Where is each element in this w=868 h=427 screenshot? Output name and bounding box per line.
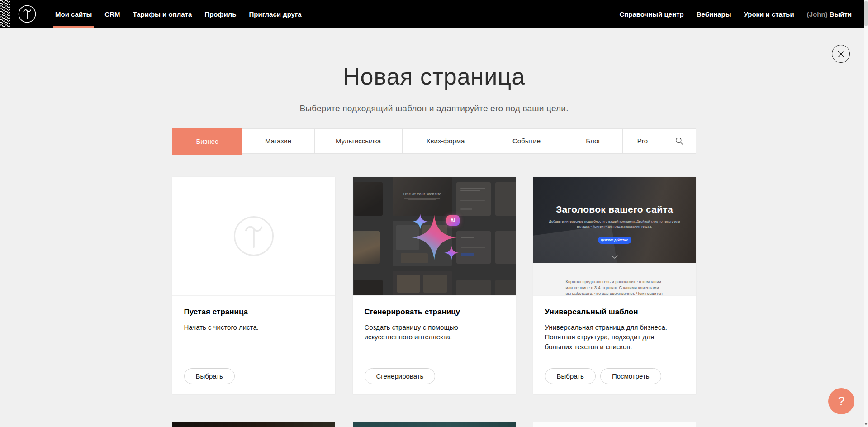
nav-item-profile[interactable]: Профиль <box>198 0 242 28</box>
tab-label: Мультиссылка <box>336 137 381 145</box>
zigzag-pattern <box>0 0 10 28</box>
logout-link[interactable]: Выйти <box>830 10 853 18</box>
user-name: (John) <box>801 10 830 18</box>
nav-item-help-center[interactable]: Справочный центр <box>613 0 690 28</box>
preview-cta-button: Целевое действие <box>598 237 631 244</box>
ai-preview: Title of Your Website <box>353 177 516 296</box>
blank-page-preview <box>172 177 335 296</box>
active-nav-underline <box>53 26 94 28</box>
template-cards-row: Пустая страница Начать с чистого листа. … <box>172 177 696 394</box>
nav-item-label: Мои сайты <box>55 10 92 18</box>
card-title: Пустая страница <box>184 308 323 317</box>
tab-label: Квиз-форма <box>427 137 465 145</box>
card-description: Универсальная страница для бизнеса. Поня… <box>545 323 683 352</box>
preview-text-section: Коротко представьтесь и расскажите о ком… <box>533 263 696 296</box>
card-body: Универсальный шаблон Универсальная стран… <box>533 296 696 394</box>
tab-pro[interactable]: Pro <box>623 129 663 153</box>
card-buttons: Выбрать Посмотреть <box>545 368 684 384</box>
preview-subheading: Добавьте интересные подробности о вашей … <box>548 219 681 229</box>
tilda-logo-watermark-icon <box>233 215 275 257</box>
nav-item-label: Пригласи друга <box>249 10 301 18</box>
card-universal-template: Заголовок вашего сайта Добавьте интересн… <box>533 177 696 394</box>
tab-label: Бизнес <box>196 138 218 145</box>
card-description: Начать с чистого листа. <box>184 323 323 332</box>
tab-label: Pro <box>637 137 648 145</box>
nav-item-crm[interactable]: CRM <box>98 0 126 28</box>
tab-multilink[interactable]: Мультиссылка <box>315 129 403 153</box>
ai-badge: AI <box>446 215 460 226</box>
template-card-partial[interactable] <box>172 422 335 427</box>
select-blank-button[interactable]: Выбрать <box>184 368 235 384</box>
preview-body-text: Коротко представьтесь и расскажите о ком… <box>566 279 664 296</box>
close-button[interactable] <box>832 45 850 63</box>
close-icon <box>837 50 845 58</box>
tab-label: Магазин <box>265 137 291 145</box>
ai-sparkle-small-icon <box>413 214 428 229</box>
page-title: Новая страница <box>0 64 868 89</box>
nav-item-lessons[interactable]: Уроки и статьи <box>738 0 801 28</box>
tab-blog[interactable]: Блог <box>564 129 623 153</box>
universal-preview: Заголовок вашего сайта Добавьте интересн… <box>533 177 696 296</box>
scrollbar-thumb[interactable] <box>864 1 868 26</box>
ai-sparkle-small-icon <box>444 246 459 260</box>
card-description: Создать страницу с помощью искусственног… <box>365 323 462 342</box>
vertical-scrollbar[interactable] <box>864 0 868 427</box>
top-navbar: Мои сайты CRM Тарифы и оплата Профиль Пр… <box>0 0 868 28</box>
preview-universal-button[interactable]: Посмотреть <box>600 368 661 384</box>
nav-item-label: Вебинары <box>697 10 731 18</box>
preview-heading: Заголовок вашего сайта <box>556 204 673 215</box>
card-buttons: Сгенерировать <box>365 368 504 384</box>
navbar-right-menu: Справочный центр Вебинары Уроки и статьи… <box>613 0 853 28</box>
next-cards-row-clipped <box>172 422 696 427</box>
card-blank-page: Пустая страница Начать с чистого листа. … <box>172 177 335 394</box>
nav-item-webinars[interactable]: Вебинары <box>690 0 738 28</box>
nav-item-label: Тарифы и оплата <box>133 10 192 18</box>
template-category-tabs: Бизнес Магазин Мультиссылка Квиз-форма С… <box>172 128 696 154</box>
scrollbar-down-arrow[interactable] <box>864 422 868 426</box>
card-ai-generate: Title of Your Website <box>353 177 516 394</box>
nav-item-my-sites[interactable]: Мои сайты <box>49 0 98 28</box>
tab-label: Событие <box>512 137 541 145</box>
card-buttons: Выбрать <box>184 368 323 384</box>
preview-hero: Заголовок вашего сайта Добавьте интересн… <box>533 177 696 263</box>
tab-shop[interactable]: Магазин <box>242 129 315 153</box>
tab-business[interactable]: Бизнес <box>172 128 242 155</box>
template-card-partial[interactable] <box>533 422 696 427</box>
help-button[interactable]: ? <box>828 388 854 414</box>
card-title: Сгенерировать страницу <box>365 308 504 317</box>
nav-item-label: Профиль <box>204 10 236 18</box>
nav-item-label: Уроки и статьи <box>744 10 794 18</box>
generate-button[interactable]: Сгенерировать <box>365 368 436 384</box>
nav-item-label: Справочный центр <box>619 10 683 18</box>
nav-item-invite-friend[interactable]: Пригласи друга <box>242 0 308 28</box>
card-body: Пустая страница Начать с чистого листа. … <box>172 296 335 394</box>
nav-item-label: CRM <box>104 10 120 18</box>
card-title: Универсальный шаблон <box>545 308 684 317</box>
tab-label: Блог <box>586 137 600 145</box>
chevron-down-icon <box>611 255 618 259</box>
triangle-down-icon <box>864 423 868 425</box>
tab-event[interactable]: Событие <box>489 129 564 153</box>
search-icon <box>675 137 683 145</box>
tab-search[interactable] <box>663 129 696 153</box>
tab-quiz-form[interactable]: Квиз-форма <box>403 129 489 153</box>
tilda-logo-icon[interactable] <box>18 5 36 23</box>
nav-item-tariffs[interactable]: Тарифы и оплата <box>126 0 198 28</box>
template-card-partial[interactable] <box>353 422 516 427</box>
card-body: Сгенерировать страницу Создать страницу … <box>353 296 516 394</box>
page-subtitle: Выберите подходящий шаблон и адаптируйте… <box>0 104 868 114</box>
navbar-left-menu: Мои сайты CRM Тарифы и оплата Профиль Пр… <box>49 0 308 28</box>
select-universal-button[interactable]: Выбрать <box>545 368 596 384</box>
